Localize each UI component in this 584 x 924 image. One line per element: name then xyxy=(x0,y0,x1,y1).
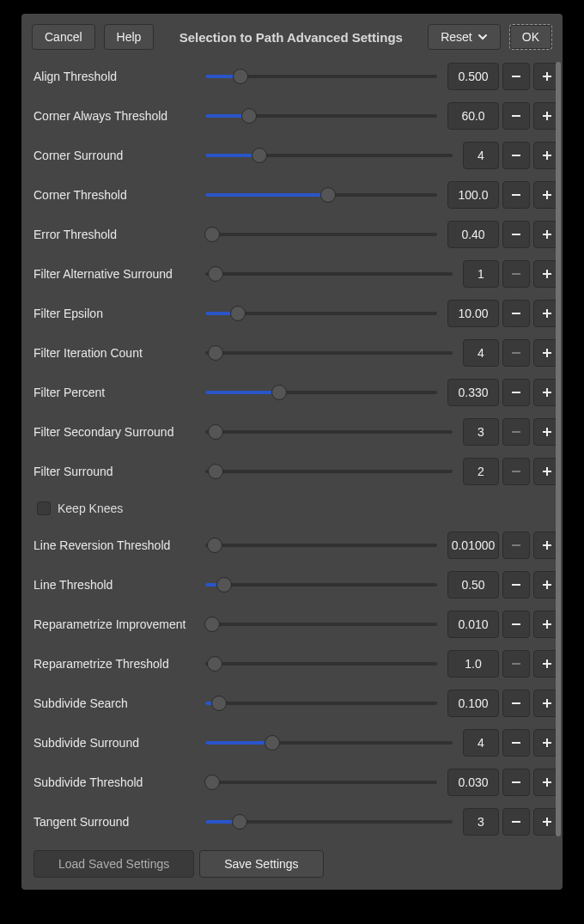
param-slider[interactable] xyxy=(205,266,453,282)
param-value[interactable]: 3 xyxy=(463,418,499,446)
decrement-button[interactable] xyxy=(502,181,530,209)
param-row-error-threshold: Error Threshold0.40 xyxy=(33,215,561,254)
param-label: Filter Surround xyxy=(33,465,205,478)
param-row-corner-surround: Corner Surround4 xyxy=(33,136,561,175)
scrollbar[interactable] xyxy=(556,62,561,836)
param-label: Tangent Surround xyxy=(33,815,205,829)
param-value[interactable]: 0.330 xyxy=(447,379,499,406)
param-label: Error Threshold xyxy=(33,228,205,241)
param-label: Corner Surround xyxy=(33,149,205,162)
param-row-filter-alternative-surround: Filter Alternative Surround1 xyxy=(33,254,561,294)
decrement-button[interactable] xyxy=(502,808,530,836)
decrement-button[interactable] xyxy=(502,571,530,599)
param-value[interactable]: 4 xyxy=(463,729,499,757)
keep-knees-checkbox[interactable] xyxy=(37,502,51,515)
param-value[interactable]: 1 xyxy=(463,260,499,288)
param-row-corner-threshold: Corner Threshold100.0 xyxy=(33,175,561,215)
param-slider[interactable] xyxy=(205,385,437,400)
param-row-line-reversion-threshold: Line Reversion Threshold0.01000 xyxy=(33,526,561,565)
param-value[interactable]: 10.00 xyxy=(447,300,499,327)
param-row-subdivide-surround: Subdivide Surround4 xyxy=(33,723,561,763)
param-slider[interactable] xyxy=(205,108,437,124)
decrement-button[interactable] xyxy=(502,690,530,717)
param-row-corner-always-threshold: Corner Always Threshold60.0 xyxy=(33,96,561,136)
param-row-line-threshold: Line Threshold0.50 xyxy=(33,565,561,605)
param-value[interactable]: 0.01000 xyxy=(447,532,499,559)
param-label: Subdivide Search xyxy=(33,696,205,710)
param-label: Reparametrize Threshold xyxy=(33,657,205,671)
param-label: Filter Iteration Count xyxy=(33,346,205,360)
param-value[interactable]: 1.0 xyxy=(447,650,499,678)
param-slider[interactable] xyxy=(205,735,453,751)
decrement-button[interactable] xyxy=(502,729,530,757)
param-label: Filter Percent xyxy=(33,386,205,399)
decrement-button[interactable] xyxy=(502,142,530,169)
keep-knees-label: Keep Knees xyxy=(58,502,123,515)
param-slider[interactable] xyxy=(205,227,437,242)
param-slider[interactable] xyxy=(205,617,437,632)
param-slider[interactable] xyxy=(205,696,437,711)
param-value[interactable]: 4 xyxy=(463,142,499,169)
dialog-title: Selection to Path Advanced Settings xyxy=(162,30,419,45)
decrement-button[interactable] xyxy=(502,379,530,406)
load-saved-settings-button[interactable]: Load Saved Settings xyxy=(33,850,194,878)
param-row-tangent-surround: Tangent Surround3 xyxy=(33,802,561,842)
param-value[interactable]: 0.50 xyxy=(447,571,499,599)
decrement-button[interactable] xyxy=(502,611,530,638)
param-row-subdivide-search: Subdivide Search0.100 xyxy=(33,684,561,723)
param-slider[interactable] xyxy=(205,775,437,790)
cancel-button[interactable]: Cancel xyxy=(32,24,95,50)
decrement-button[interactable] xyxy=(502,63,530,90)
footer-bar: Load Saved Settings Save Settings xyxy=(21,843,563,890)
param-row-align-threshold: Align Threshold0.500 xyxy=(33,57,561,96)
param-slider[interactable] xyxy=(205,656,437,672)
param-row-filter-iteration-count: Filter Iteration Count4 xyxy=(33,333,561,373)
ok-button[interactable]: OK xyxy=(509,24,552,50)
param-value[interactable]: 100.0 xyxy=(447,181,499,209)
param-label: Reparametrize Improvement xyxy=(33,617,205,631)
param-value[interactable]: 0.030 xyxy=(447,769,499,796)
param-value[interactable]: 0.500 xyxy=(447,63,499,90)
param-slider[interactable] xyxy=(205,814,453,830)
decrement-button[interactable] xyxy=(502,102,530,130)
param-slider[interactable] xyxy=(205,345,453,361)
param-row-filter-percent: Filter Percent0.330 xyxy=(33,373,561,412)
param-row-subdivide-threshold: Subdivide Threshold0.030 xyxy=(33,763,561,802)
param-label: Filter Secondary Surround xyxy=(33,425,205,439)
param-slider[interactable] xyxy=(205,306,437,321)
param-slider[interactable] xyxy=(205,187,437,203)
decrement-button xyxy=(502,650,530,678)
param-row-filter-secondary-surround: Filter Secondary Surround3 xyxy=(33,412,561,452)
param-slider[interactable] xyxy=(205,424,453,440)
decrement-button xyxy=(502,339,530,367)
decrement-button xyxy=(502,532,530,559)
param-row-filter-surround: Filter Surround2 xyxy=(33,452,561,491)
decrement-button[interactable] xyxy=(502,300,530,327)
param-value[interactable]: 0.100 xyxy=(447,690,499,717)
param-slider[interactable] xyxy=(205,69,437,84)
param-label: Filter Alternative Surround xyxy=(33,267,205,281)
keep-knees-row: Keep Knees xyxy=(33,491,561,526)
top-bar: Cancel Help Selection to Path Advanced S… xyxy=(21,14,563,57)
param-row-filter-epsilon: Filter Epsilon10.00 xyxy=(33,294,561,333)
reset-button[interactable]: Reset xyxy=(428,24,501,50)
decrement-button[interactable] xyxy=(502,221,530,248)
param-value[interactable]: 3 xyxy=(463,808,499,836)
param-label: Filter Epsilon xyxy=(33,307,205,320)
decrement-button xyxy=(502,260,530,288)
param-value[interactable]: 0.40 xyxy=(447,221,499,248)
param-slider[interactable] xyxy=(205,464,453,479)
param-label: Corner Always Threshold xyxy=(33,109,205,123)
param-slider[interactable] xyxy=(205,538,437,553)
save-settings-button[interactable]: Save Settings xyxy=(199,850,323,878)
param-value[interactable]: 0.010 xyxy=(447,611,499,638)
decrement-button[interactable] xyxy=(502,769,530,796)
param-value[interactable]: 2 xyxy=(463,458,499,485)
param-slider[interactable] xyxy=(205,577,437,593)
param-label: Align Threshold xyxy=(33,70,205,83)
param-value[interactable]: 4 xyxy=(463,339,499,367)
param-label: Corner Threshold xyxy=(33,188,205,202)
param-value[interactable]: 60.0 xyxy=(447,102,499,130)
param-slider[interactable] xyxy=(205,148,453,163)
help-button[interactable]: Help xyxy=(104,24,155,50)
